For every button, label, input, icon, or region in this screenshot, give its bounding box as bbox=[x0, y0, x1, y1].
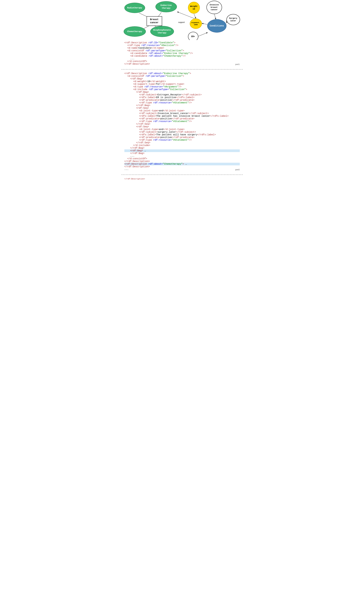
xml-line: <rdfs:label>The patient has invasive bre… bbox=[124, 115, 240, 118]
xml-line: </rdf:Description> bbox=[124, 63, 240, 65]
xml-line: <d:consistOf rdf:parseType="Collection"> bbox=[124, 49, 240, 52]
node-chemotherapy: Chemotherapy bbox=[124, 26, 146, 37]
svg-line-5 bbox=[194, 13, 196, 18]
xml-line: <rdfs:label>The patient will have surger… bbox=[124, 133, 240, 136]
footer-section: </rdf:Description> bbox=[121, 176, 243, 182]
xml-line: <d:include rdf:parseType="Collection"> bbox=[124, 88, 240, 91]
node-endocrine-therapy: Endocrinetherapy bbox=[156, 1, 177, 12]
node-bisphosphonate: Bisphosphonatetherapy bbox=[150, 26, 174, 37]
xml-line: </rdf:Bag> bbox=[124, 104, 240, 107]
xml-line: </rdf:Description> bbox=[124, 165, 240, 168]
xml-line: <d:name>Candidate</d:name> bbox=[124, 47, 240, 49]
xml-line: <rdf:Seq> bbox=[124, 107, 240, 109]
xml-line: ... bbox=[124, 155, 240, 157]
xml-line: </d:consistOf> bbox=[124, 157, 240, 160]
xml-line: <rdf:subject>Estrogen_Receptor</rdf:subj… bbox=[124, 93, 240, 96]
xml-line: <rdf:type rdf:resource="#Statement"/> bbox=[124, 139, 240, 141]
xml-line: </rdf:Bag> bbox=[124, 152, 240, 155]
xml-line: </d:include> bbox=[124, 144, 240, 147]
part1-xml: <rdf:Description rdf:ID="Candidate"> <rd… bbox=[124, 41, 240, 65]
xml-line: <rdf:Seq> bbox=[124, 125, 240, 128]
svg-line-6 bbox=[202, 23, 207, 24]
part2-xml: <rdf:Description rdf:about="Endocrine th… bbox=[124, 72, 240, 171]
xml-line: <rdf:Bag> bbox=[124, 91, 240, 93]
node-conditions: Conditions bbox=[207, 19, 226, 33]
xml-line: <rdf:type rdf:resource="#Statement"/> bbox=[124, 102, 240, 104]
node-er-plus: ER+ bbox=[188, 32, 198, 40]
xml-line: <rdf:type rdf:resource="#Decision"/> bbox=[124, 44, 240, 47]
xml-line: ... bbox=[124, 168, 240, 171]
divider-2 bbox=[121, 175, 243, 175]
xml-line: </d:consistOf> bbox=[124, 60, 240, 63]
support-label: support bbox=[178, 21, 185, 23]
xml-line: <d:weight>10</d:weight> bbox=[124, 80, 240, 83]
xml-line: <rdf:predicate>positive</rdf:predicate> bbox=[124, 118, 240, 120]
xml-line: <rdf:predicate>positive</rdf:predicate> bbox=[124, 136, 240, 139]
xml-line: <d:joint-type>and</d:joint-type> bbox=[124, 128, 240, 131]
part1-section: <rdf:Description rdf:ID="Candidate"> <rd… bbox=[121, 40, 243, 68]
node-surgery-later: Surgerylater bbox=[226, 14, 240, 25]
xml-line: <d:candidate rdf:about="Endocrine therap… bbox=[124, 52, 240, 55]
node-argument1088: Argument_1088 bbox=[190, 18, 202, 29]
xml-line-footer: </rdf:Description> bbox=[124, 178, 240, 181]
xml-line-highlighted: <rdf:Bag> … bbox=[124, 149, 240, 152]
xml-line: <d:joint-type>and</d:joint-type> bbox=[124, 109, 240, 112]
graph-diagram: Radiotherapy Endocrinetherapy Breastcanc… bbox=[121, 0, 243, 40]
xml-line: <d:consistOf rdf:parseType="Collection"> bbox=[124, 75, 240, 78]
divider-1 bbox=[121, 69, 243, 69]
xml-line: <rdf:type rdf:resource="#Statement"/> bbox=[124, 120, 240, 123]
part2-label: part2 bbox=[235, 169, 240, 171]
xml-line: ... bbox=[124, 57, 240, 60]
xml-line: <rdf:subject>Invasive_breast_cancer</rdf… bbox=[124, 112, 240, 115]
xml-line: <rdf:Description rdf:ID="Candidate"> bbox=[124, 41, 240, 44]
xml-line: </rdf:Seq> bbox=[124, 141, 240, 144]
part2-section: <rdf:Description rdf:about="Endocrine th… bbox=[121, 71, 243, 173]
node-weight10: Weight10 bbox=[188, 2, 200, 13]
xml-line-highlighted-chemotherapy: <rdf:Description rdf:about="Chemotherapy… bbox=[124, 163, 240, 165]
svg-line-7 bbox=[214, 14, 216, 19]
xml-line: <rdf:subject>surgery_later</rdf:subject> bbox=[124, 131, 240, 133]
xml-line: </rdf:Description> bbox=[124, 160, 240, 163]
xml-line: <d:candidate rdf:about="Chemotherapy"/> bbox=[124, 55, 240, 57]
xml-line: <rdf:Description rdf:about="Endocrine th… bbox=[124, 72, 240, 75]
xml-line: <d:support-type>for</d:support-type> bbox=[124, 83, 240, 86]
xml-line: <rdfs:label>ER is positive</rdfs:label> bbox=[124, 96, 240, 99]
svg-line-9 bbox=[198, 33, 208, 36]
xml-line: </rdf:Bag> bbox=[124, 147, 240, 149]
node-breast-cancer: Breastcancer bbox=[147, 16, 162, 26]
xml-line: <rdf:Bag> bbox=[124, 78, 240, 80]
node-radiotherapy: Radiotherapy bbox=[124, 3, 145, 13]
xml-line: </rdf:Seq> bbox=[124, 123, 240, 125]
xml-line: <rdf:predicate>positive</rdf:predicate> bbox=[124, 99, 240, 102]
node-invasive-breast-cancer: Invasivebreastcancer bbox=[207, 1, 222, 14]
xml-line: <d:type rdf:resource="#Argument"/> bbox=[124, 86, 240, 88]
part1-label: part1 bbox=[235, 63, 240, 65]
